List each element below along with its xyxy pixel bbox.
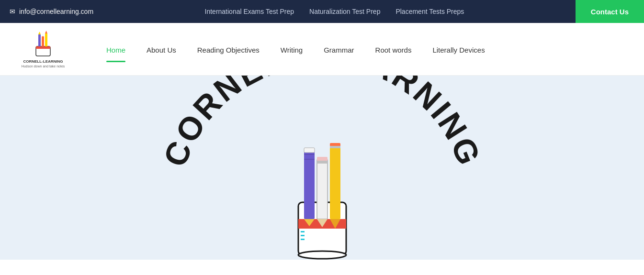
svg-rect-19 (317, 161, 328, 164)
nav-item-literally[interactable]: Literally Devices (422, 41, 495, 59)
svg-rect-1 (38, 34, 41, 48)
svg-rect-12 (304, 150, 315, 219)
svg-rect-21 (330, 145, 340, 219)
nav-item-writing[interactable]: Writing (270, 41, 313, 59)
nav-item-home[interactable]: Home (96, 41, 136, 62)
nav-link-literally[interactable]: Literally Devices (422, 41, 495, 59)
nav-links: Home About Us Reading Objectives Writing… (96, 36, 496, 62)
svg-rect-27 (301, 239, 305, 240)
logo-line1: CORNELL-LEARNING (22, 59, 65, 64)
nav-item-rootwords[interactable]: Root words (365, 41, 422, 59)
logo-text: CORNELL-LEARNING Hudson down and take no… (22, 59, 65, 68)
nav-link-reading[interactable]: Reading Objectives (187, 41, 270, 59)
active-underline (106, 61, 125, 62)
svg-marker-6 (45, 31, 47, 33)
svg-rect-26 (301, 235, 305, 236)
logo-line2: Hudson down and take notes (22, 64, 65, 68)
nav-link-rootwords[interactable]: Root words (365, 41, 422, 59)
logo[interactable]: CORNELL-LEARNING Hudson down and take no… (19, 30, 67, 68)
svg-rect-7 (36, 46, 50, 49)
nav-item-reading[interactable]: Reading Objectives (187, 41, 270, 59)
hero-section: CORNELL-LEARNING (0, 76, 644, 260)
svg-rect-25 (301, 231, 305, 232)
svg-rect-17 (317, 159, 328, 219)
nav-link-grammar[interactable]: Grammar (313, 41, 364, 59)
contact-button[interactable]: Contact Us (576, 0, 644, 23)
nav-link-writing[interactable]: Writing (270, 41, 313, 59)
nav-item-about[interactable]: About Us (136, 41, 187, 59)
svg-rect-14 (304, 148, 315, 153)
svg-marker-5 (42, 33, 44, 36)
pencil-holder-illustration (270, 126, 375, 260)
main-nav: CORNELL-LEARNING Hudson down and take no… (0, 23, 644, 76)
email-area: ✉ info@cornellearning.com (10, 8, 93, 15)
nav-link-home[interactable]: Home (96, 41, 136, 59)
top-nav-placement[interactable]: Placement Tests Preps (395, 8, 464, 15)
svg-rect-24 (330, 146, 340, 148)
hero-content: CORNELL-LEARNING (155, 76, 490, 260)
svg-rect-2 (42, 36, 44, 48)
top-bar: ✉ info@cornellearning.com International … (0, 0, 644, 23)
svg-point-11 (298, 251, 346, 259)
top-nav: International Exams Test Prep Naturaliza… (205, 8, 464, 15)
top-nav-naturalization[interactable]: Naturalization Test Prep (309, 8, 380, 15)
logo-icon (29, 30, 57, 58)
top-nav-international[interactable]: International Exams Test Prep (205, 8, 294, 15)
email-address: info@cornellearning.com (19, 8, 93, 15)
svg-marker-4 (38, 32, 41, 34)
nav-link-about[interactable]: About Us (136, 41, 187, 59)
nav-item-grammar[interactable]: Grammar (313, 41, 364, 59)
email-icon: ✉ (10, 8, 15, 15)
svg-rect-3 (45, 33, 47, 48)
